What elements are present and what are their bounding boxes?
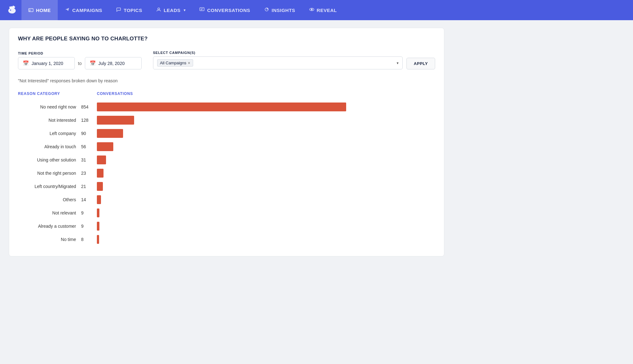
- apply-button[interactable]: APPLY: [406, 58, 435, 69]
- row-bar-wrap: [97, 103, 435, 111]
- table-row: Not interested 128: [18, 114, 435, 127]
- nav-label-home: HOME: [36, 8, 51, 13]
- from-date-value: January 1, 2020: [32, 61, 63, 66]
- row-label: Using other solution: [18, 157, 81, 162]
- row-bar: [97, 116, 134, 125]
- row-label: Not relevant: [18, 210, 81, 215]
- nav-item-campaigns[interactable]: CAMPAIGNS: [58, 0, 109, 20]
- table-row: Others 14: [18, 193, 435, 206]
- chart-header: REASON CATEGORY CONVERSATIONS: [18, 90, 435, 99]
- table-row: No need right now 854: [18, 100, 435, 114]
- home-icon: [28, 7, 33, 13]
- chart-rows: No need right now 854 Not interested 128…: [18, 100, 435, 246]
- campaign-filter-group: SELECT CAMPAIGN(S) All Campaigns × ▾: [153, 51, 403, 69]
- row-label: Not the right person: [18, 171, 81, 176]
- insights-icon: [264, 7, 269, 13]
- row-count: 9: [81, 210, 97, 215]
- svg-point-9: [311, 9, 312, 10]
- leads-icon: [156, 7, 161, 13]
- row-count: 128: [81, 118, 97, 123]
- time-period-label: TIME PERIOD: [18, 51, 142, 55]
- campaign-select[interactable]: All Campaigns × ▾: [153, 56, 403, 69]
- conversations-icon: [199, 7, 204, 13]
- row-count: 21: [81, 184, 97, 189]
- row-label: Not interested: [18, 118, 81, 123]
- campaign-tag-text: All Campaigns: [160, 61, 186, 65]
- svg-rect-3: [29, 9, 30, 12]
- campaign-label: SELECT CAMPAIGN(S): [153, 51, 403, 55]
- row-bar: [97, 142, 113, 151]
- nav-label-reveal: REVEAL: [317, 8, 337, 13]
- to-date-input[interactable]: 📅 July 28, 2020: [85, 57, 142, 69]
- svg-point-5: [158, 8, 160, 10]
- row-count: 14: [81, 197, 97, 202]
- logo[interactable]: [5, 3, 19, 17]
- chart-container: REASON CATEGORY CONVERSATIONS No need ri…: [18, 90, 435, 246]
- navbar: HOME CAMPAIGNS TOPICS LEADS ▾ CONVERSA: [0, 0, 633, 20]
- row-bar: [97, 222, 99, 231]
- row-bar-wrap: [97, 235, 435, 244]
- col-reason-header: REASON CATEGORY: [18, 91, 81, 96]
- campaign-select-group: SELECT CAMPAIGN(S) All Campaigns × ▾ APP…: [153, 51, 435, 69]
- nav-item-home[interactable]: HOME: [21, 0, 58, 20]
- svg-rect-4: [31, 9, 31, 11]
- row-bar: [97, 208, 99, 217]
- main-content: WHY ARE PEOPLE SAYING NO TO CHARLOTTE? T…: [0, 20, 633, 264]
- table-row: Left country/Migrated 21: [18, 180, 435, 193]
- nav-item-leads[interactable]: LEADS ▾: [149, 0, 193, 20]
- row-bar: [97, 195, 101, 204]
- page-title: WHY ARE PEOPLE SAYING NO TO CHARLOTTE?: [18, 36, 435, 42]
- row-bar-wrap: [97, 208, 435, 217]
- to-calendar-icon: 📅: [90, 60, 96, 66]
- filters-row: TIME PERIOD 📅 January 1, 2020 to 📅 July …: [18, 51, 435, 69]
- nav-label-campaigns: CAMPAIGNS: [72, 8, 102, 13]
- nav-item-reveal[interactable]: REVEAL: [302, 0, 344, 20]
- row-label: No need right now: [18, 104, 81, 109]
- table-row: Using other solution 31: [18, 153, 435, 167]
- row-bar-wrap: [97, 156, 435, 164]
- to-date-value: July 28, 2020: [98, 61, 125, 66]
- date-inputs: 📅 January 1, 2020 to 📅 July 28, 2020: [18, 57, 142, 69]
- row-label: Already a customer: [18, 224, 81, 229]
- reveal-icon: [309, 7, 314, 13]
- row-bar-wrap: [97, 182, 435, 191]
- row-bar-wrap: [97, 195, 435, 204]
- nav-label-topics: TOPICS: [124, 8, 142, 13]
- table-row: Not relevant 9: [18, 206, 435, 220]
- row-count: 8: [81, 237, 97, 242]
- row-bar: [97, 129, 123, 138]
- campaign-chevron-icon: ▾: [397, 61, 399, 65]
- remove-campaign-button[interactable]: ×: [188, 61, 190, 65]
- table-row: Already in touch 56: [18, 140, 435, 153]
- row-count: 31: [81, 157, 97, 162]
- row-bar: [97, 169, 104, 178]
- nav-label-leads: LEADS: [164, 8, 180, 13]
- row-label: Others: [18, 197, 81, 202]
- nav-label-insights: INSIGHTS: [272, 8, 295, 13]
- from-date-input[interactable]: 📅 January 1, 2020: [18, 57, 75, 69]
- nav-item-conversations[interactable]: CONVERSATIONS: [192, 0, 257, 20]
- row-label: Left company: [18, 131, 81, 136]
- table-row: Already a customer 9: [18, 220, 435, 233]
- content-card: WHY ARE PEOPLE SAYING NO TO CHARLOTTE? T…: [9, 28, 444, 256]
- campaign-tag: All Campaigns ×: [157, 59, 193, 67]
- nav-label-conversations: CONVERSATIONS: [207, 8, 250, 13]
- row-bar: [97, 235, 99, 244]
- nav-items: HOME CAMPAIGNS TOPICS LEADS ▾ CONVERSA: [21, 0, 628, 20]
- row-label: Left country/Migrated: [18, 184, 81, 189]
- row-bar-wrap: [97, 142, 435, 151]
- time-period-group: TIME PERIOD 📅 January 1, 2020 to 📅 July …: [18, 51, 142, 69]
- topics-icon: [116, 7, 121, 13]
- nav-item-topics[interactable]: TOPICS: [109, 0, 149, 20]
- svg-point-1: [10, 9, 11, 11]
- nav-item-insights[interactable]: INSIGHTS: [257, 0, 302, 20]
- row-count: 9: [81, 224, 97, 229]
- chart-subtitle: "Not Interested" responses broken down b…: [18, 78, 435, 83]
- row-bar-wrap: [97, 222, 435, 231]
- leads-chevron-icon: ▾: [184, 8, 186, 12]
- row-label: Already in touch: [18, 144, 81, 149]
- campaigns-icon: [65, 7, 70, 13]
- table-row: Not the right person 23: [18, 167, 435, 180]
- row-bar-wrap: [97, 129, 435, 138]
- row-bar: [97, 156, 106, 164]
